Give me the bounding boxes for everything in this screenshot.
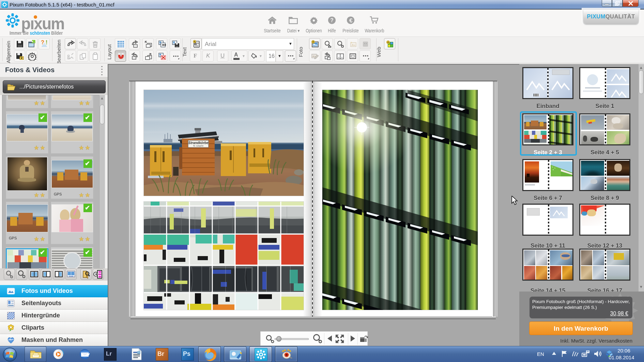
svg-text:T: T [195, 43, 197, 45]
svg-text:!: ! [46, 40, 47, 45]
svg-text:?: ? [330, 17, 334, 23]
svg-text:€: € [349, 17, 353, 24]
svg-text:Strandkörbe: Strandkörbe [188, 141, 209, 145]
svg-text:St. Lavgrün: St. Lavgrün [193, 145, 204, 147]
